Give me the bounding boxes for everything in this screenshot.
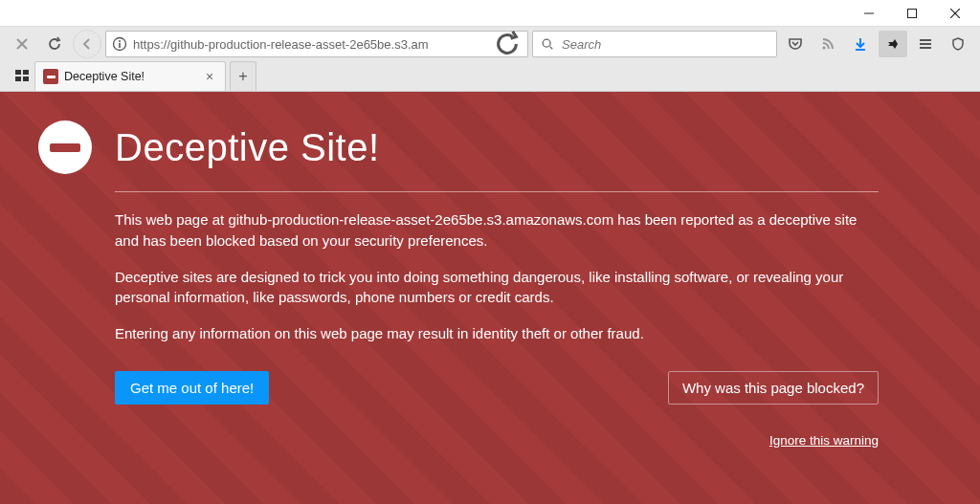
- stop-button[interactable]: [8, 31, 36, 57]
- ignore-row: Ignore this warning: [115, 431, 879, 449]
- pin-button[interactable]: [879, 31, 907, 57]
- warning-paragraph-2: Deceptive sites are designed to trick yo…: [115, 267, 879, 309]
- url-bar[interactable]: https://github-production-release-asset-…: [105, 31, 528, 57]
- svg-rect-19: [23, 77, 29, 81]
- search-icon: [541, 37, 554, 51]
- window-titlebar: [0, 0, 980, 26]
- tab-groups-button[interactable]: [10, 61, 34, 91]
- shield-icon: [950, 36, 966, 52]
- warning-heading: Deceptive Site!: [115, 126, 380, 169]
- ignore-warning-link[interactable]: Ignore this warning: [769, 433, 879, 448]
- rss-icon: [820, 36, 835, 52]
- reload-inline-icon: [493, 30, 522, 58]
- svg-rect-17: [23, 70, 29, 75]
- svg-point-9: [543, 39, 550, 47]
- back-arrow-icon: [79, 36, 95, 52]
- close-icon: [950, 9, 960, 18]
- warning-paragraph-3: Entering any information on this web pag…: [115, 323, 879, 344]
- content-area: Deceptive Site! This web page at github-…: [0, 92, 980, 504]
- svg-rect-1: [907, 9, 916, 17]
- shield-button[interactable]: [944, 31, 972, 57]
- window-maximize-button[interactable]: [890, 0, 933, 26]
- svg-rect-8: [119, 43, 121, 48]
- url-text[interactable]: https://github-production-release-asset-…: [133, 37, 487, 52]
- minimize-icon: [864, 9, 874, 18]
- get-me-out-button[interactable]: Get me out of here!: [115, 371, 269, 405]
- warning-paragraph-1: This web page at github-production-relea…: [115, 209, 879, 252]
- stop-x-icon: [14, 36, 30, 52]
- tab-groups-icon: [15, 70, 30, 82]
- navigation-toolbar: https://github-production-release-asset-…: [0, 27, 980, 61]
- why-blocked-button[interactable]: Why was this page blocked?: [668, 371, 879, 405]
- svg-line-10: [550, 47, 553, 50]
- warning-actions: Get me out of here! Why was this page bl…: [115, 371, 879, 405]
- reload-icon: [47, 36, 62, 52]
- tab-title: Deceptive Site!: [64, 70, 196, 83]
- warning-body: This web page at github-production-relea…: [115, 209, 879, 344]
- search-input[interactable]: [560, 36, 768, 53]
- tab-close-button[interactable]: ×: [202, 69, 217, 84]
- svg-rect-18: [15, 77, 21, 81]
- svg-point-7: [119, 40, 121, 42]
- pin-icon: [885, 36, 901, 52]
- hamburger-icon: [918, 36, 933, 52]
- warning-header: Deceptive Site!: [38, 121, 879, 174]
- tab-favicon-stop-icon: [43, 69, 58, 84]
- window-close-button[interactable]: [933, 0, 976, 26]
- tab-strip: Deceptive Site! × +: [0, 61, 980, 91]
- back-button[interactable]: [73, 30, 101, 58]
- maximize-icon: [907, 9, 917, 18]
- pocket-button[interactable]: [781, 31, 810, 57]
- svg-rect-16: [15, 70, 21, 75]
- divider: [115, 191, 879, 192]
- download-arrow-icon: [853, 36, 868, 52]
- svg-point-11: [822, 46, 825, 49]
- search-box[interactable]: [532, 31, 777, 57]
- new-tab-button[interactable]: +: [230, 61, 256, 91]
- feeds-button[interactable]: [813, 31, 842, 57]
- browser-tab-active[interactable]: Deceptive Site! ×: [34, 61, 226, 91]
- site-info-icon[interactable]: [112, 36, 127, 52]
- url-go-button[interactable]: [493, 30, 522, 58]
- downloads-button[interactable]: [846, 31, 875, 57]
- menu-button[interactable]: [911, 31, 940, 57]
- reload-button[interactable]: [40, 31, 69, 57]
- stop-sign-icon: [38, 121, 92, 174]
- window-minimize-button[interactable]: [847, 0, 890, 26]
- pocket-icon: [788, 36, 803, 52]
